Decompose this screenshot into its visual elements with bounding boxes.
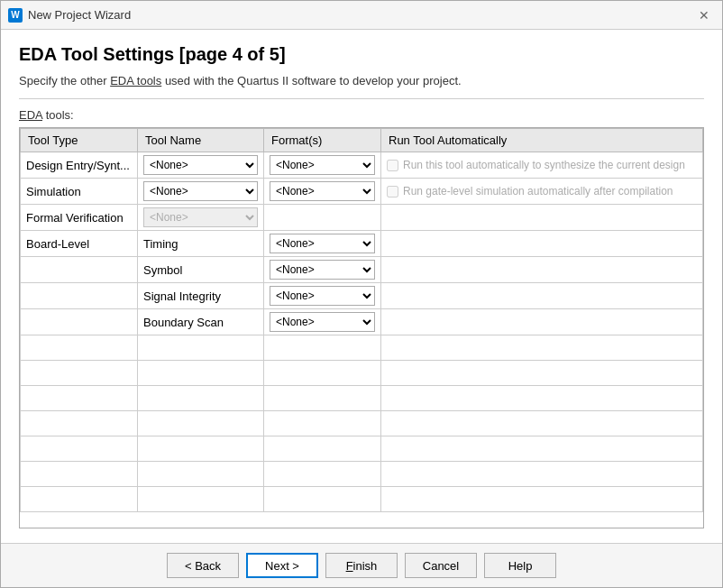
cell-run-auto <box>381 309 703 335</box>
cell-run-auto <box>381 231 703 257</box>
table-row: Boundary Scan <None> <box>21 309 703 335</box>
title-bar-text: New Project Wizard <box>28 8 693 22</box>
design-entry-run-auto-label: Run this tool automatically to synthesiz… <box>403 159 685 171</box>
header-formats: Format(s) <box>264 129 381 152</box>
cell-tool-type: Formal Verification <box>21 205 138 231</box>
cell-run-auto <box>381 205 703 231</box>
table-row-empty <box>21 462 703 487</box>
back-button[interactable]: < Back <box>167 553 239 578</box>
table-header-row: Tool Type Tool Name Format(s) Run Tool A… <box>21 129 703 152</box>
help-button[interactable]: Help <box>484 553 556 578</box>
table-row: Simulation <None> <None> <box>21 179 703 205</box>
cell-tool-name: Boundary Scan <box>138 309 264 335</box>
cell-format[interactable]: <None> <box>264 283 381 309</box>
cell-tool-name: Symbol <box>138 257 264 283</box>
cell-format[interactable]: <None> <box>264 152 381 179</box>
cell-tool-type: Board-Level <box>21 231 138 257</box>
cell-format[interactable]: <None> <box>264 257 381 283</box>
main-content: EDA Tool Settings [page 4 of 5] Specify … <box>1 30 722 543</box>
cell-format[interactable]: <None> <box>264 231 381 257</box>
cell-tool-type <box>21 257 138 283</box>
simulation-name-select[interactable]: <None> <box>143 181 258 201</box>
cell-run-auto <box>381 283 703 309</box>
symbol-format-select[interactable]: <None> <box>270 260 375 280</box>
table-row-empty <box>21 335 703 361</box>
main-window: W New Project Wizard ✕ EDA Tool Settings… <box>0 0 723 588</box>
signal-integrity-format-select[interactable]: <None> <box>270 286 375 306</box>
cell-tool-name[interactable]: <None> <box>138 152 264 179</box>
cell-run-auto: Run gate-level simulation automatically … <box>381 179 703 205</box>
cell-format[interactable]: <None> <box>264 309 381 335</box>
table-row-empty <box>21 487 703 512</box>
eda-tools-table-container: Tool Type Tool Name Format(s) Run Tool A… <box>19 127 704 528</box>
design-entry-name-select[interactable]: <None> <box>143 155 258 175</box>
page-title: EDA Tool Settings [page 4 of 5] <box>19 44 704 65</box>
section-label: EDA tools: <box>19 108 704 122</box>
table-row: Symbol <None> <box>21 257 703 283</box>
divider <box>19 98 704 99</box>
table-row-empty <box>21 411 703 436</box>
formal-verification-name-select[interactable]: <None> <box>143 207 258 227</box>
cell-tool-name: Signal Integrity <box>138 283 264 309</box>
app-icon: W <box>8 8 23 23</box>
cell-run-auto <box>381 257 703 283</box>
page-description: Specify the other EDA tools used with th… <box>19 74 704 87</box>
table-row-empty <box>21 436 703 462</box>
table-row: Signal Integrity <None> <box>21 283 703 309</box>
table-row-empty <box>21 386 703 411</box>
header-tool-type: Tool Type <box>21 129 138 152</box>
cancel-button[interactable]: Cancel <box>405 553 477 578</box>
table-row: Board-Level Timing <None> <box>21 231 703 257</box>
table-row-empty <box>21 361 703 386</box>
cell-tool-type: Simulation <box>21 179 138 205</box>
simulation-run-auto-checkbox[interactable] <box>387 186 398 198</box>
table-row: Design Entry/Synt... <None> <None> <box>21 152 703 179</box>
design-entry-run-auto-checkbox[interactable] <box>387 160 398 171</box>
boundary-scan-format-select[interactable]: <None> <box>270 312 375 332</box>
eda-tools-table: Tool Type Tool Name Format(s) Run Tool A… <box>20 128 703 512</box>
cell-tool-type: Design Entry/Synt... <box>21 152 138 179</box>
design-entry-format-select[interactable]: <None> <box>270 155 375 175</box>
next-button[interactable]: Next > <box>246 553 318 578</box>
cell-tool-type <box>21 283 138 309</box>
footer: < Back Next > Finish Cancel Help <box>1 543 722 587</box>
close-button[interactable]: ✕ <box>693 5 715 26</box>
cell-run-auto: Run this tool automatically to synthesiz… <box>381 152 703 179</box>
cell-tool-name: Timing <box>138 231 264 257</box>
cell-tool-name[interactable]: <None> <box>138 205 264 231</box>
cell-tool-type <box>21 309 138 335</box>
cell-format <box>264 205 381 231</box>
finish-button[interactable]: Finish <box>325 553 398 578</box>
header-run-auto: Run Tool Automatically <box>381 129 703 152</box>
table-row: Formal Verification <None> <box>21 205 703 231</box>
simulation-format-select[interactable]: <None> <box>270 181 375 201</box>
timing-format-select[interactable]: <None> <box>270 234 375 253</box>
cell-format[interactable]: <None> <box>264 179 381 205</box>
cell-tool-name[interactable]: <None> <box>138 179 264 205</box>
header-tool-name: Tool Name <box>138 129 264 152</box>
simulation-run-auto-label: Run gate-level simulation automatically … <box>403 185 673 198</box>
title-bar: W New Project Wizard ✕ <box>1 1 722 30</box>
